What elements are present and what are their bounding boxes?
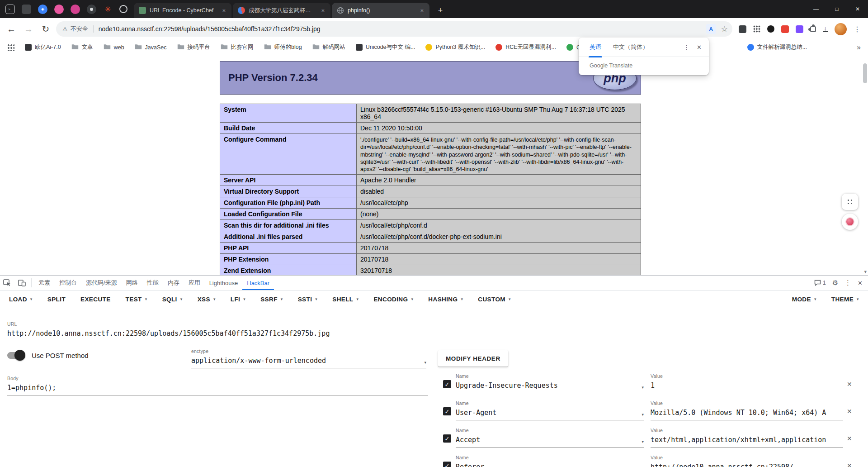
devtools-tab-hackbar[interactable]: HackBar: [242, 276, 274, 290]
burst-icon[interactable]: ✳: [103, 5, 113, 14]
security-chip[interactable]: ⚠ 不安全: [62, 25, 88, 33]
devtools-tab-lighthouse[interactable]: Lighthouse: [205, 276, 243, 290]
body-field[interactable]: Body 1=phpinfo();: [7, 372, 428, 396]
bookmarks-overflow-icon[interactable]: »: [857, 43, 861, 52]
tab-close-icon[interactable]: ✕: [319, 7, 327, 14]
header-checkbox[interactable]: ✓: [443, 380, 451, 388]
translate-icon[interactable]: A: [706, 24, 716, 34]
browser-menu-icon[interactable]: ⋮: [854, 25, 861, 33]
bookmark-item[interactable]: 比赛官网: [221, 43, 254, 51]
chevron-down-icon[interactable]: ▾: [642, 412, 644, 417]
device-toolbar-icon[interactable]: [14, 276, 29, 290]
bookmark-item[interactable]: 师傅的blog: [264, 43, 302, 51]
header-checkbox[interactable]: ✓: [443, 434, 451, 443]
hackbar-menu-lfi[interactable]: LFI▾: [231, 296, 245, 303]
extension-icon[interactable]: [753, 25, 760, 33]
address-bar[interactable]: ⚠ 不安全 node10.anna.nssctf.cn:22598/upload…: [56, 21, 732, 37]
remove-header-icon[interactable]: ✕: [847, 408, 852, 415]
hackbar-menu-ssrf[interactable]: SSRF▾: [260, 296, 283, 303]
hackbar-menu-xss[interactable]: XSS▾: [198, 296, 216, 303]
hackbar-menu-hashing[interactable]: HASHING▾: [428, 296, 463, 303]
scroll-down-icon[interactable]: ▾: [864, 269, 867, 275]
remove-header-icon[interactable]: ✕: [847, 435, 852, 442]
tab-xuanwu-cup[interactable]: 成都大学第八届玄武杯（校外... ✕: [233, 3, 330, 18]
hackbar-menu-shell[interactable]: SHELL▾: [332, 296, 359, 303]
chevron-down-icon[interactable]: ▾: [642, 439, 644, 444]
post-method-toggle[interactable]: [7, 352, 24, 359]
modify-header-button[interactable]: MODIFY HEADER: [438, 350, 508, 367]
scrollbar-thumb[interactable]: [863, 63, 867, 83]
header-value-field[interactable]: Value 1: [651, 370, 843, 393]
tab-close-icon[interactable]: ✕: [220, 7, 228, 14]
devtools-tab-application[interactable]: 应用: [184, 276, 205, 290]
window-minimize-button[interactable]: —: [806, 0, 826, 18]
header-name-field[interactable]: Name Accept▾: [456, 424, 644, 448]
tab-phpinfo[interactable]: phpinfo() ✕: [332, 3, 429, 18]
url-text[interactable]: node10.anna.nssctf.cn:22598/uploads/1560…: [99, 25, 706, 33]
extension-icon[interactable]: [796, 25, 803, 33]
devtools-close-icon[interactable]: ✕: [858, 280, 863, 286]
devtools-settings-icon[interactable]: ⚙: [832, 279, 838, 287]
extension-icon[interactable]: [739, 25, 746, 33]
bookmark-item[interactable]: 欧亿Ai-7.0: [25, 43, 61, 51]
reload-button[interactable]: ↻: [37, 20, 54, 38]
header-checkbox[interactable]: ✓: [443, 407, 451, 415]
wheel-icon[interactable]: [119, 5, 127, 13]
hackbar-menu-sqli[interactable]: SQLI▾: [162, 296, 183, 303]
apps-grid-icon[interactable]: [7, 44, 14, 51]
bookmark-star-icon[interactable]: ☆: [721, 24, 728, 34]
chevron-down-icon[interactable]: ▾: [30, 297, 33, 301]
header-name-value[interactable]: Referer: [456, 463, 639, 467]
bookmark-item[interactable]: Python3 魔术知识...: [425, 43, 485, 51]
enctype-value[interactable]: application/x-www-form-urlencoded: [191, 357, 421, 365]
url-value[interactable]: http://node10.anna.nssctf.cn:22598/uploa…: [7, 329, 861, 338]
hackbar-menu-theme[interactable]: THEME▾: [831, 296, 859, 303]
devtools-tab-network[interactable]: 网络: [122, 276, 142, 290]
bookmark-item[interactable]: Unicode与中文 编...: [356, 43, 415, 51]
bookmark-item[interactable]: 接码平台: [177, 43, 210, 51]
header-value-value[interactable]: 1: [651, 381, 843, 390]
tab-cyberchef[interactable]: URL Encode - CyberChef ✕: [134, 3, 231, 18]
header-value-field[interactable]: Value text/html,application/xhtml+xml,ap…: [651, 424, 843, 448]
translate-source-language[interactable]: 英语: [590, 43, 601, 51]
issues-counter[interactable]: 1: [814, 280, 826, 286]
hackbar-menu-mode[interactable]: MODE▾: [792, 296, 816, 303]
bookmark-item[interactable]: RCE无回显漏洞利...: [495, 43, 556, 51]
translate-menu-icon[interactable]: ⋮: [684, 44, 689, 51]
hackbar-menu-split[interactable]: SPLIT: [47, 296, 66, 303]
hackbar-menu-ssti[interactable]: SSTI▾: [298, 296, 318, 303]
pinned-tab-icon[interactable]: [22, 5, 31, 14]
header-value-value[interactable]: http://node10.anna.nssctf.cn:22598/: [651, 463, 843, 467]
page-scrollbar[interactable]: [863, 57, 867, 270]
extension-icon[interactable]: [767, 25, 774, 33]
devtools-tab-memory[interactable]: 内存: [163, 276, 184, 290]
bird-icon[interactable]: [71, 5, 80, 14]
floating-extension-widget[interactable]: [842, 214, 858, 230]
header-value-field[interactable]: Value Mozilla/5.0 (Windows NT 10.0; Win6…: [651, 397, 843, 420]
header-name-field[interactable]: Name User-Agent▾: [456, 397, 644, 420]
header-checkbox[interactable]: ✓: [443, 462, 451, 467]
header-name-field[interactable]: Name Referer▾: [456, 451, 644, 467]
bookmark-item[interactable]: 文章: [71, 43, 93, 51]
header-value-value[interactable]: Mozilla/5.0 (Windows NT 10.0; Win64; x64…: [651, 409, 843, 417]
header-name-value[interactable]: User-Agent: [456, 409, 639, 417]
enctype-select[interactable]: enctype application/x-www-form-urlencode…: [191, 345, 426, 368]
inspect-icon[interactable]: [0, 276, 14, 290]
back-button[interactable]: ←: [3, 20, 20, 38]
side-panel-widget[interactable]: [842, 194, 858, 210]
devtools-tab-performance[interactable]: 性能: [142, 276, 163, 290]
chevron-down-icon[interactable]: ▾: [642, 385, 644, 390]
hackbar-menu-test[interactable]: TEST▾: [126, 296, 147, 303]
header-name-value[interactable]: Accept: [456, 436, 639, 444]
extension-icon[interactable]: [781, 25, 789, 33]
devtools-menu-icon[interactable]: ⋮: [844, 279, 851, 287]
tab-close-icon[interactable]: ✕: [418, 7, 426, 14]
header-value-field[interactable]: Value http://node10.anna.nssctf.cn:22598…: [651, 451, 843, 467]
header-name-value[interactable]: Upgrade-Insecure-Requests: [456, 381, 639, 390]
devtools-tab-elements[interactable]: 元素: [34, 276, 55, 290]
profile-avatar[interactable]: [835, 23, 847, 35]
bookmark-item[interactable]: 解码网站: [312, 43, 345, 51]
window-close-button[interactable]: ✕: [847, 0, 868, 18]
chevron-down-icon[interactable]: ▾: [424, 360, 426, 365]
downloads-icon[interactable]: ↓: [823, 26, 828, 32]
